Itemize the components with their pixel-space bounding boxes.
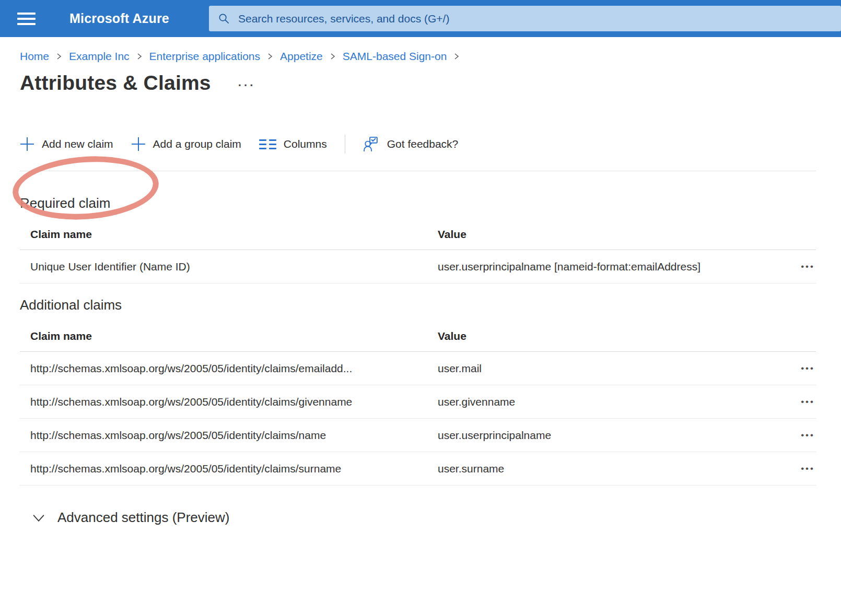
value-column-header: Value: [427, 330, 774, 342]
breadcrumb-example-inc[interactable]: Example Inc: [69, 50, 130, 63]
required-claim-table: Claim name Value Unique User Identifier …: [20, 219, 816, 283]
got-feedback-button[interactable]: Got feedback?: [363, 136, 459, 152]
chevron-right-icon: [267, 52, 273, 61]
command-bar: Add new claim Add a group claim Columns …: [20, 133, 816, 155]
claim-name-cell: http://schemas.xmlsoap.org/ws/2005/05/id…: [20, 463, 427, 475]
row-context-menu-icon[interactable]: •••: [800, 362, 816, 375]
claim-name-cell: http://schemas.xmlsoap.org/ws/2005/05/id…: [20, 362, 427, 375]
breadcrumb-home[interactable]: Home: [20, 50, 49, 63]
breadcrumb-enterprise-applications[interactable]: Enterprise applications: [149, 50, 260, 63]
section-divider: [20, 171, 816, 171]
add-new-claim-button[interactable]: Add new claim: [20, 137, 113, 151]
row-context-menu-icon[interactable]: •••: [800, 462, 816, 475]
columns-label: Columns: [284, 138, 327, 150]
table-row[interactable]: http://schemas.xmlsoap.org/ws/2005/05/id…: [20, 352, 816, 385]
chevron-right-icon: [453, 52, 460, 61]
additional-claims-heading: Additional claims: [20, 297, 816, 313]
table-row[interactable]: Unique User Identifier (Name ID) user.us…: [20, 250, 816, 283]
chevron-right-icon: [136, 52, 143, 61]
claim-value-cell: user.surname: [427, 463, 774, 475]
claim-name-cell: Unique User Identifier (Name ID): [20, 260, 427, 273]
table-row[interactable]: http://schemas.xmlsoap.org/ws/2005/05/id…: [20, 452, 816, 485]
row-context-menu-icon[interactable]: •••: [800, 260, 816, 273]
global-search-box[interactable]: [209, 6, 841, 31]
table-row[interactable]: http://schemas.xmlsoap.org/ws/2005/05/id…: [20, 385, 816, 419]
claim-value-cell: user.userprincipalname [nameid-format:em…: [427, 260, 774, 273]
add-new-claim-label: Add new claim: [42, 138, 113, 150]
search-input[interactable]: [230, 6, 841, 31]
chevron-right-icon: [330, 52, 336, 61]
claim-name-cell: http://schemas.xmlsoap.org/ws/2005/05/id…: [20, 429, 427, 442]
claim-name-column-header: Claim name: [20, 330, 427, 342]
plus-icon: [20, 137, 34, 151]
claim-value-cell: user.givenname: [427, 396, 774, 408]
breadcrumb: Home Example Inc Enterprise applications…: [20, 50, 816, 63]
azure-brand-link[interactable]: Microsoft Azure: [69, 0, 169, 37]
additional-claims-table: Claim name Value http://schemas.xmlsoap.…: [20, 321, 816, 485]
columns-icon: [259, 139, 276, 149]
table-row[interactable]: http://schemas.xmlsoap.org/ws/2005/05/id…: [20, 419, 816, 452]
page-more-menu-icon[interactable]: ···: [238, 79, 256, 92]
breadcrumb-appetize[interactable]: Appetize: [280, 50, 323, 63]
toolbar-divider: [345, 135, 345, 153]
search-icon: [218, 13, 230, 25]
chevron-right-icon: [56, 52, 62, 61]
advanced-settings-label: Advanced settings (Preview): [57, 510, 229, 526]
claim-name-column-header: Claim name: [20, 228, 427, 241]
claim-value-cell: user.userprincipalname: [427, 429, 774, 442]
row-context-menu-icon[interactable]: •••: [800, 429, 816, 442]
hamburger-menu-icon[interactable]: [16, 9, 45, 29]
required-claim-heading: Required claim: [20, 195, 816, 211]
value-column-header: Value: [427, 228, 774, 241]
table-header-row: Claim name Value: [20, 321, 816, 352]
row-context-menu-icon[interactable]: •••: [800, 395, 816, 408]
azure-top-bar: Microsoft Azure: [0, 0, 841, 37]
feedback-person-icon: [363, 136, 380, 152]
main-content: Home Example Inc Enterprise applications…: [0, 37, 841, 526]
add-group-claim-label: Add a group claim: [153, 138, 241, 150]
page-title: Attributes & Claims: [20, 72, 211, 94]
advanced-settings-toggle[interactable]: Advanced settings (Preview): [20, 510, 816, 526]
chevron-down-icon: [31, 512, 46, 524]
table-header-row: Claim name Value: [20, 219, 816, 250]
claim-name-cell: http://schemas.xmlsoap.org/ws/2005/05/id…: [20, 396, 427, 408]
add-group-claim-button[interactable]: Add a group claim: [131, 137, 241, 151]
breadcrumb-saml-based-sign-on[interactable]: SAML-based Sign-on: [343, 50, 447, 63]
got-feedback-label: Got feedback?: [387, 138, 459, 150]
claim-value-cell: user.mail: [427, 362, 774, 375]
columns-button[interactable]: Columns: [259, 138, 327, 150]
plus-icon: [131, 137, 146, 151]
